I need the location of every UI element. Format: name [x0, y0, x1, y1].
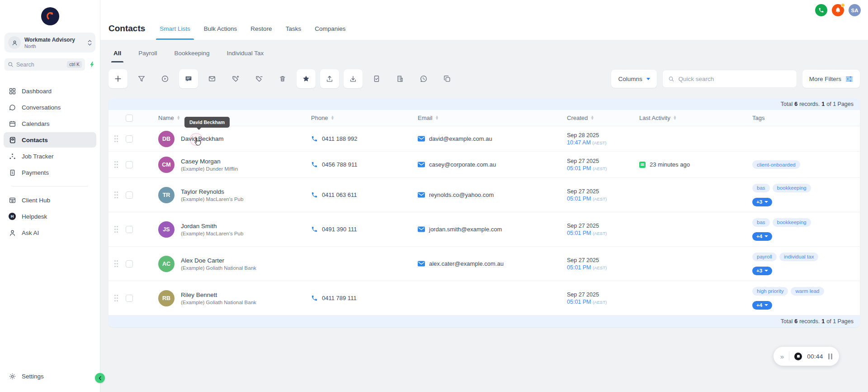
sort-icon: ▲▼: [177, 116, 180, 120]
drag-handle[interactable]: [114, 135, 116, 137]
contact-email[interactable]: david@example.com.au: [429, 135, 492, 142]
sidebar-search-input[interactable]: Search ctrl K: [5, 58, 85, 71]
contact-email[interactable]: casey@corporate.com.au: [429, 161, 496, 168]
sidebar-item-payments[interactable]: $ Payments: [4, 165, 96, 180]
contact-email[interactable]: jordan.smith@example.com: [429, 226, 502, 233]
column-header-created[interactable]: Created▲▼: [561, 110, 633, 126]
columns-dropdown[interactable]: Columns: [611, 70, 656, 88]
drag-handle[interactable]: [114, 226, 116, 227]
user-avatar[interactable]: SA: [849, 4, 861, 16]
row-checkbox[interactable]: [126, 295, 133, 302]
tab-tasks[interactable]: Tasks: [286, 25, 302, 40]
phone-call-button[interactable]: [815, 4, 827, 16]
subtab-payroll[interactable]: Payroll: [138, 46, 157, 62]
record-stop-button[interactable]: [794, 353, 802, 360]
tag[interactable]: individual tax: [779, 253, 818, 261]
drag-handle[interactable]: [114, 191, 116, 193]
column-header-last-activity[interactable]: Last Activity▲▼: [633, 110, 746, 126]
contact-phone[interactable]: 0491 390 111: [322, 226, 357, 233]
column-header-tags: Tags: [746, 110, 860, 126]
contact-name[interactable]: Alex Doe Carter: [181, 257, 256, 264]
contact-email[interactable]: reynolds.co@yahoo.com: [429, 191, 494, 198]
plus-icon: [114, 75, 122, 83]
row-checkbox[interactable]: [126, 161, 133, 168]
agency-switcher[interactable]: Workmate Advisory North: [5, 33, 95, 53]
import-button[interactable]: [344, 69, 363, 88]
sidebar-item-dashboard[interactable]: Dashboard: [4, 83, 96, 99]
contact-company: (Example) MacLaren's Pub: [181, 196, 243, 202]
more-tags-button[interactable]: +4: [752, 301, 772, 310]
drag-handle[interactable]: [114, 260, 116, 262]
more-tags-button[interactable]: +3: [752, 198, 772, 206]
tab-smart-lists[interactable]: Smart Lists: [160, 25, 190, 40]
tab-restore[interactable]: Restore: [250, 25, 272, 40]
subtab-all[interactable]: All: [113, 46, 122, 62]
row-checkbox[interactable]: [126, 226, 133, 233]
sidebar-collapse-button[interactable]: [95, 373, 105, 383]
summary-text: records.: [799, 101, 820, 107]
send-email-button[interactable]: [203, 69, 222, 88]
sidebar-item-settings[interactable]: Settings: [4, 368, 96, 384]
column-header-phone[interactable]: Phone▲▼: [305, 110, 411, 126]
drag-handle[interactable]: [114, 161, 116, 163]
subtab-individual-tax[interactable]: Individual Tax: [226, 46, 264, 62]
merge-button[interactable]: [438, 69, 457, 88]
contact-phone[interactable]: 0411 063 611: [322, 191, 357, 198]
row-checkbox[interactable]: [126, 135, 133, 143]
zap-icon[interactable]: [89, 61, 95, 68]
select-all-checkbox[interactable]: [126, 115, 133, 122]
sidebar-item-ask-ai[interactable]: Ask AI: [4, 225, 96, 240]
column-header-email[interactable]: Email▲▼: [411, 110, 561, 126]
tag[interactable]: bookkeeping: [773, 218, 811, 227]
more-filters-button[interactable]: More Filters: [802, 70, 860, 88]
remove-tag-button[interactable]: [250, 69, 269, 88]
favorite-button[interactable]: [297, 69, 316, 88]
sidebar-item-contacts[interactable]: Contacts: [4, 132, 96, 148]
sidebar-item-client-hub[interactable]: Client Hub: [4, 192, 96, 208]
cursor-icon: [193, 137, 201, 146]
subtab-bookkeeping[interactable]: Bookkeeping: [174, 46, 210, 62]
tag[interactable]: payroll: [752, 253, 777, 261]
tag[interactable]: bas: [752, 218, 770, 227]
contact-name[interactable]: Taylor Reynolds: [181, 188, 243, 195]
quick-search-box[interactable]: [662, 70, 797, 88]
sidebar-item-conversations[interactable]: Conversations: [4, 100, 96, 115]
more-tags-button[interactable]: +3: [752, 267, 772, 275]
send-sms-button[interactable]: [179, 69, 198, 88]
row-checkbox[interactable]: [126, 191, 133, 199]
tag[interactable]: warm lead: [791, 287, 824, 296]
automation-button[interactable]: [156, 69, 175, 88]
contact-phone[interactable]: 0411 188 992: [322, 135, 358, 142]
contact-phone[interactable]: 0411 789 111: [322, 295, 357, 301]
add-tag-button[interactable]: [226, 69, 245, 88]
table-row: RB Riley Bennett(Example) Goliath Nation…: [108, 281, 860, 316]
drag-handle[interactable]: [114, 295, 116, 296]
expand-icon[interactable]: »: [780, 353, 784, 360]
tag[interactable]: bookkeeping: [773, 184, 811, 192]
pause-button[interactable]: [828, 354, 833, 359]
quick-search-input[interactable]: [678, 76, 791, 82]
contact-name[interactable]: Casey Morgan: [181, 158, 238, 165]
review-request-button[interactable]: [367, 69, 386, 88]
tab-bulk-actions[interactable]: Bulk Actions: [204, 25, 237, 40]
contact-name[interactable]: Jordan Smith: [181, 223, 243, 229]
contact-name[interactable]: Riley Bennett: [181, 292, 256, 298]
sidebar-item-job-tracker[interactable]: Job Tracker: [4, 148, 96, 164]
sidebar-item-calendars[interactable]: Calendars: [4, 116, 96, 131]
more-tags-button[interactable]: +4: [752, 232, 772, 241]
delete-button[interactable]: [273, 69, 292, 88]
contact-phone[interactable]: 0456 788 911: [322, 161, 358, 168]
row-checkbox[interactable]: [126, 260, 133, 268]
notifications-button[interactable]: [832, 4, 844, 16]
contact-email[interactable]: alex.cater@example.com.au: [429, 260, 504, 267]
export-button[interactable]: [320, 69, 339, 88]
tag[interactable]: bas: [752, 184, 770, 192]
tag[interactable]: high priority: [752, 287, 788, 296]
whatsapp-button[interactable]: [414, 69, 433, 88]
tab-companies[interactable]: Companies: [315, 25, 345, 40]
add-contact-button[interactable]: [108, 69, 127, 88]
company-button[interactable]: [391, 69, 410, 88]
filter-button[interactable]: [132, 69, 151, 88]
sidebar-item-helpdesk[interactable]: H Helpdesk: [4, 209, 96, 224]
tag[interactable]: client-onboarded: [752, 160, 800, 169]
